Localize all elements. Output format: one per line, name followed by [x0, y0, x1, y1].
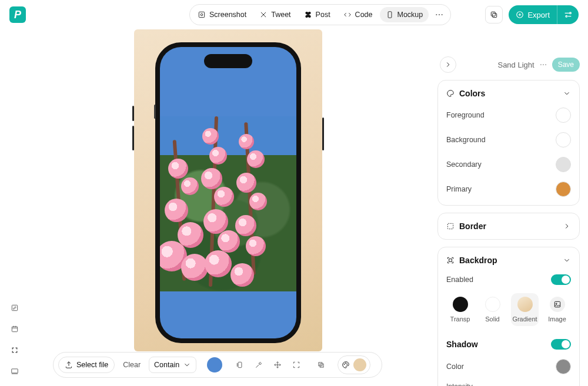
fit-mode-select[interactable]: Contain: [149, 357, 196, 373]
svg-point-3: [436, 14, 437, 15]
backdrop-heading: Backdrop: [459, 256, 497, 265]
backdrop-opt-image[interactable]: Image: [543, 293, 571, 326]
svg-point-10: [566, 15, 567, 17]
collapse-panel-button[interactable]: [440, 56, 456, 73]
backdrop-opt-transparent[interactable]: Transp: [446, 293, 474, 326]
device-notch: [204, 54, 252, 68]
device-frame[interactable]: [155, 42, 301, 343]
palette-icon: [342, 361, 350, 369]
keyboard-icon[interactable]: [8, 344, 21, 357]
svg-rect-16: [320, 364, 323, 367]
tab-screenshot[interactable]: Screenshot: [192, 7, 252, 22]
svg-point-1: [201, 14, 203, 16]
tab-label: Screenshot: [209, 11, 246, 19]
svg-point-17: [344, 364, 345, 364]
schedule-icon[interactable]: [8, 323, 21, 335]
select-file-button[interactable]: Select file: [58, 357, 115, 373]
shadow-heading: Shadow: [446, 340, 478, 349]
svg-point-20: [540, 64, 542, 65]
svg-rect-24: [449, 259, 452, 262]
left-rail: [8, 301, 21, 378]
phone-side-button: [132, 106, 134, 121]
save-palette-button[interactable]: Save: [552, 58, 580, 72]
app-logo[interactable]: P: [9, 6, 26, 23]
svg-rect-6: [493, 14, 497, 18]
svg-rect-12: [12, 327, 17, 332]
tabs-more[interactable]: [430, 6, 449, 23]
colors-header[interactable]: Colors: [446, 89, 571, 98]
layers-icon[interactable]: [313, 357, 329, 373]
duplicate-icon[interactable]: [232, 357, 248, 373]
palette-picker[interactable]: [338, 355, 370, 374]
right-panel: Sand Light Save Colors Foreground Backgr…: [437, 56, 580, 386]
tab-post[interactable]: Post: [298, 7, 336, 22]
foreground-label: Foreground: [446, 111, 485, 119]
svg-rect-2: [388, 12, 392, 18]
foreground-swatch[interactable]: [556, 108, 571, 123]
primary-label: Primary: [446, 185, 472, 193]
export-label: Export: [527, 11, 550, 19]
backdrop-enabled-label: Enabled: [446, 276, 473, 284]
svg-rect-0: [199, 12, 204, 17]
shadow-color-swatch[interactable]: [556, 359, 571, 374]
svg-rect-25: [554, 301, 560, 307]
background-swatch[interactable]: [556, 132, 571, 147]
bottom-toolbar: Select file Clear Contain: [53, 352, 382, 378]
svg-rect-23: [447, 223, 453, 229]
export-button[interactable]: Export: [509, 5, 557, 24]
copy-button[interactable]: [485, 6, 503, 24]
tab-label: Code: [355, 11, 373, 19]
phone-side-button: [322, 118, 324, 150]
shadow-enabled-toggle[interactable]: [551, 339, 571, 350]
background-label: Background: [446, 136, 486, 144]
mockup-backdrop[interactable]: [134, 29, 322, 351]
border-section: Border: [437, 213, 580, 240]
shadow-color-label: Color: [446, 362, 464, 371]
colors-section: Colors Foreground Background Secondary P…: [437, 80, 580, 206]
eyedropper-icon[interactable]: [250, 357, 267, 373]
chevron-down-icon: [563, 89, 571, 98]
clear-button[interactable]: Clear: [117, 357, 146, 372]
svg-point-19: [347, 364, 348, 364]
compose-icon[interactable]: [8, 301, 21, 314]
canvas-area: [32, 29, 423, 354]
tab-label: Tweet: [271, 11, 290, 19]
colors-heading: Colors: [459, 89, 485, 98]
chevron-down-icon: [563, 256, 571, 264]
tab-label: Post: [316, 11, 330, 19]
tab-tweet[interactable]: Tweet: [253, 7, 296, 22]
export-settings-button[interactable]: [557, 5, 579, 24]
backdrop-opt-gradient[interactable]: Gradient: [511, 293, 539, 326]
chevron-right-icon: [563, 222, 571, 230]
intensity-label: Intensity: [446, 382, 571, 386]
desktop-icon[interactable]: [8, 365, 21, 378]
backdrop-opt-solid[interactable]: Solid: [479, 293, 506, 326]
backdrop-header[interactable]: Backdrop: [446, 256, 571, 265]
svg-point-18: [346, 363, 346, 364]
export-group: Export: [509, 5, 579, 24]
palette-swatch: [353, 358, 366, 371]
fill-color-swatch[interactable]: [207, 357, 222, 372]
fit-mode-label: Contain: [154, 361, 179, 369]
palette-more-icon[interactable]: [539, 61, 547, 69]
svg-point-22: [545, 64, 546, 65]
primary-swatch[interactable]: [556, 182, 571, 197]
palette-icon: [446, 89, 455, 98]
svg-point-5: [442, 14, 443, 15]
svg-point-4: [439, 14, 440, 15]
code-icon: [343, 11, 352, 19]
butterfly-icon: [304, 11, 312, 19]
x-icon: [259, 11, 268, 19]
svg-rect-15: [319, 362, 322, 366]
svg-point-9: [570, 12, 572, 14]
border-header[interactable]: Border: [446, 221, 571, 231]
resize-icon[interactable]: [288, 357, 305, 373]
secondary-swatch[interactable]: [556, 157, 571, 172]
backdrop-enabled-toggle[interactable]: [551, 274, 571, 285]
mockup-icon: [386, 11, 394, 19]
tab-mockup[interactable]: Mockup: [380, 7, 429, 22]
tab-label: Mockup: [397, 11, 423, 19]
screenshot-image: [160, 116, 296, 291]
tab-code[interactable]: Code: [338, 7, 379, 22]
move-icon[interactable]: [269, 357, 286, 373]
